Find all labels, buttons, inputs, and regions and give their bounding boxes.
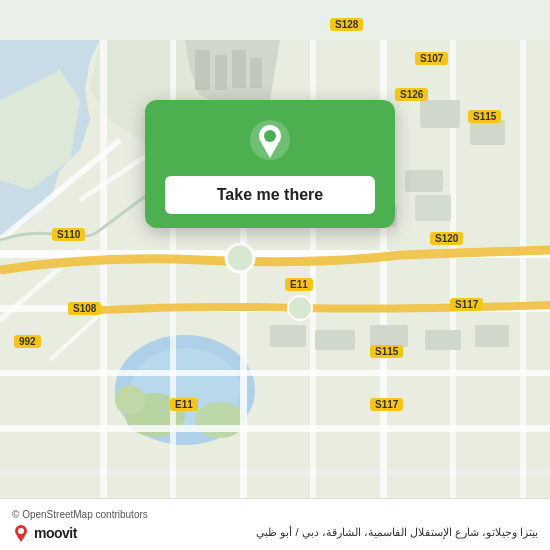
svg-rect-14 [100,40,107,510]
road-label-s120: S120 [430,232,463,245]
road-label-s110: S110 [52,228,85,241]
bottom-info: moovit بيتزا وجيلاتو، شارع الإستقلال الف… [12,524,538,542]
road-label-s108: S108 [68,302,101,315]
popup-card: Take me there [145,100,395,228]
map-attribution: © OpenStreetMap contributors [12,509,538,520]
svg-rect-43 [215,55,227,90]
location-pin-icon [248,118,292,162]
svg-rect-35 [415,195,451,221]
map-container: S128 S107 S126 S115 E11 S110 S120 E11 S1… [0,0,550,550]
moovit-brand-text: moovit [34,525,77,541]
svg-rect-40 [475,325,509,347]
svg-rect-13 [0,470,550,476]
road-label-e11c: E11 [170,398,198,411]
svg-rect-45 [250,58,262,88]
svg-rect-30 [405,170,443,192]
svg-rect-42 [195,50,210,90]
svg-rect-39 [425,330,461,350]
svg-rect-36 [270,325,306,347]
road-label-s126: S126 [395,88,428,101]
location-description: بيتزا وجيلاتو، شارع الإستقلال الفاسمية، … [85,525,538,540]
svg-point-26 [288,296,312,320]
road-label-s107: S107 [415,52,448,65]
svg-marker-52 [17,536,25,542]
road-label-s128: S128 [330,18,363,31]
svg-point-7 [195,402,245,438]
moovit-logo: moovit [12,524,77,542]
svg-rect-12 [0,425,550,432]
map-background [0,0,550,550]
svg-rect-11 [0,370,550,376]
take-me-there-button[interactable]: Take me there [165,176,375,214]
svg-point-8 [115,385,145,415]
svg-rect-31 [420,100,460,128]
svg-rect-32 [470,120,505,145]
road-label-992: 992 [14,335,41,348]
svg-point-48 [264,130,276,142]
svg-point-51 [18,528,24,534]
svg-rect-37 [315,330,355,350]
road-label-s117b: S117 [370,398,403,411]
bottom-bar: © OpenStreetMap contributors moovit بيتز… [0,498,550,550]
svg-point-25 [226,244,254,272]
svg-rect-44 [232,50,246,88]
svg-rect-38 [370,325,408,347]
road-label-s117a: S117 [450,298,483,311]
road-label-e11b: E11 [285,278,313,291]
moovit-pin-icon [12,524,30,542]
road-label-s115b: S115 [370,345,403,358]
svg-rect-20 [520,40,526,510]
road-label-s115a: S115 [468,110,501,123]
